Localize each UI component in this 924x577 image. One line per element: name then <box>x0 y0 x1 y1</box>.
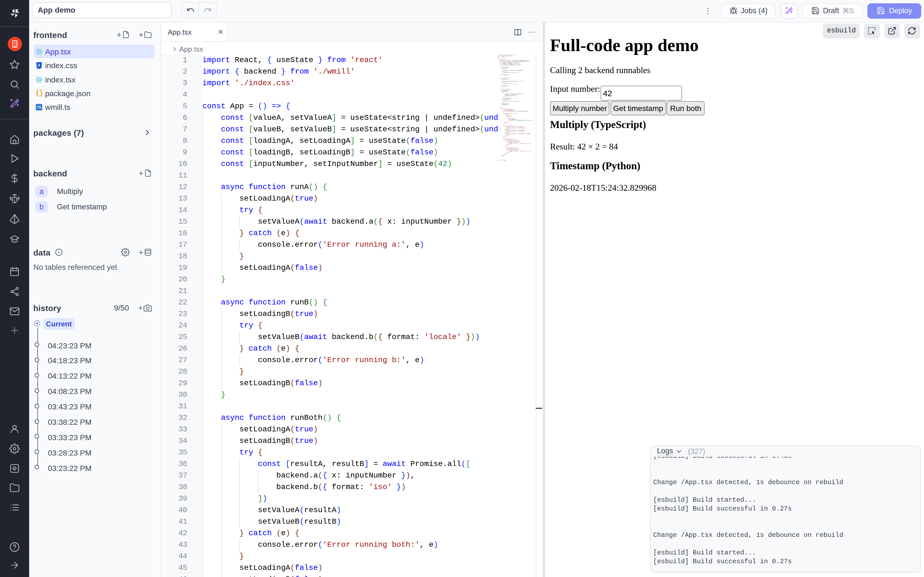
svg-text:3: 3 <box>38 63 40 67</box>
svg-text:TS: TS <box>37 106 41 110</box>
